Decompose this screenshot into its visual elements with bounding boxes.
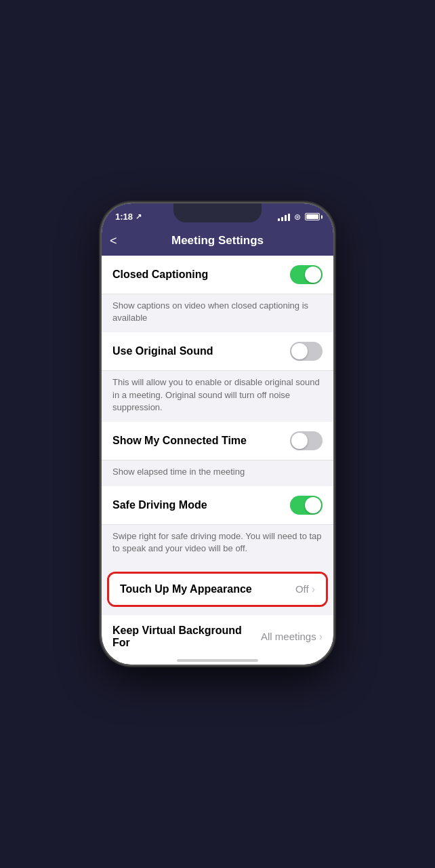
spacer-1 xyxy=(102,564,333,569)
original-sound-toggle[interactable] xyxy=(290,342,323,361)
setting-original-sound: Use Original Sound xyxy=(102,332,333,371)
virtual-background-value: All meetings xyxy=(261,631,316,642)
toggle-knob-4 xyxy=(305,497,321,513)
bar4 xyxy=(288,214,290,221)
status-left: 1:18 ↗ xyxy=(115,212,142,222)
location-icon: ↗ xyxy=(136,212,142,221)
content-scroll[interactable]: Closed Captioning Show captions on video… xyxy=(102,256,333,655)
setting-connected-time: Show My Connected Time xyxy=(102,422,333,460)
original-sound-label: Use Original Sound xyxy=(112,345,290,357)
touch-up-right: Off › xyxy=(295,583,315,595)
connected-time-description: Show elapsed time in the meeting xyxy=(102,460,333,486)
phone-frame: 1:18 ↗ ⊛ < Meeting Settings xyxy=(102,203,333,665)
signal-bars xyxy=(278,213,290,221)
safe-driving-label: Safe Driving Mode xyxy=(112,499,290,511)
spacer-2 xyxy=(102,610,333,615)
page-title: Meeting Settings xyxy=(171,234,264,248)
virtual-background-label: Keep Virtual Background For xyxy=(112,625,261,649)
touch-up-label: Touch Up My Appearance xyxy=(120,583,295,595)
safe-driving-toggle[interactable] xyxy=(290,496,323,515)
connected-time-toggle[interactable] xyxy=(290,431,323,450)
status-right: ⊛ xyxy=(278,212,320,222)
battery-fill xyxy=(306,214,318,219)
virtual-background-row[interactable]: Keep Virtual Background For All meetings… xyxy=(102,615,333,656)
touch-up-value: Off xyxy=(295,583,309,595)
bar1 xyxy=(278,218,280,221)
battery-icon xyxy=(305,213,320,220)
toggle-knob-3 xyxy=(291,433,308,449)
setting-safe-driving: Safe Driving Mode xyxy=(102,486,333,525)
nav-bar: < Meeting Settings xyxy=(102,227,333,256)
notch xyxy=(173,203,262,222)
virtual-background-right: All meetings › xyxy=(261,631,323,643)
setting-closed-captioning: Closed Captioning xyxy=(102,256,333,294)
back-button[interactable]: < xyxy=(110,234,117,248)
original-sound-description: This will allow you to enable or disable… xyxy=(102,371,333,422)
toggle-knob-2 xyxy=(291,343,308,359)
closed-captioning-description: Show captions on video when closed capti… xyxy=(102,294,333,332)
closed-captioning-toggle[interactable] xyxy=(290,265,323,284)
touch-up-row[interactable]: Touch Up My Appearance Off › xyxy=(109,574,326,605)
virtual-background-chevron: › xyxy=(319,631,323,643)
connected-time-label: Show My Connected Time xyxy=(112,435,290,447)
time-label: 1:18 xyxy=(115,212,133,222)
home-indicator xyxy=(102,655,333,665)
safe-driving-description: Swipe right for safe driving mode. You w… xyxy=(102,525,333,563)
closed-captioning-label: Closed Captioning xyxy=(112,269,290,281)
toggle-knob xyxy=(305,267,321,283)
touch-up-highlight-border: Touch Up My Appearance Off › xyxy=(107,572,328,607)
bar3 xyxy=(285,215,287,221)
bar2 xyxy=(281,217,283,221)
home-bar xyxy=(177,659,258,662)
phone-screen: 1:18 ↗ ⊛ < Meeting Settings xyxy=(102,203,333,665)
touch-up-chevron: › xyxy=(312,583,315,595)
wifi-icon: ⊛ xyxy=(294,212,301,222)
